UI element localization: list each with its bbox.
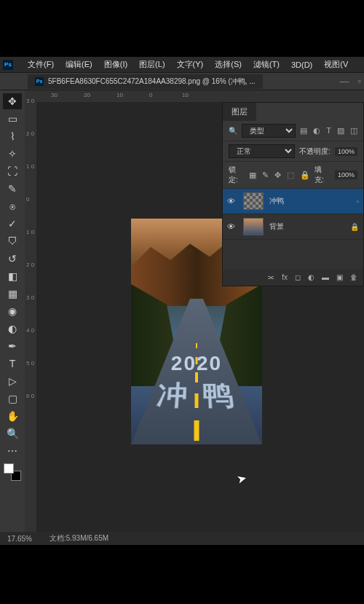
layers-panel: 图层 🔍 类型 ▤ ◐ T ▨ ◫ 正常 不透明度: 100% 锁定: ▦ ✎ …	[222, 102, 364, 286]
menu-view[interactable]: 视图(V	[318, 59, 354, 70]
edit-toolbar[interactable]: ⋯	[3, 443, 22, 459]
visibility-toggle-icon[interactable]: 👁	[227, 222, 237, 231]
layer-style-icon[interactable]: fx	[282, 273, 288, 281]
ruler-tick: 3 0	[26, 294, 34, 301]
magic-wand-tool[interactable]: ✧	[3, 146, 22, 162]
rectangle-tool[interactable]: ▢	[3, 391, 22, 407]
brush-tool[interactable]: ✓	[3, 216, 22, 232]
tools-panel: ✥ ▭ ⌇ ✧ ⛶ ✎ ⍟ ✓ ⛉ ↺ ◧ ▦ ◉ ◐ ✒ T ▷ ▢ ✋ 🔍 …	[0, 90, 25, 532]
filter-image-icon[interactable]: ▤	[300, 126, 307, 136]
ruler-tick: 2 0	[26, 130, 34, 137]
ruler-tick: 10	[182, 92, 189, 98]
layer-list: 👁 冲鸭 ▫ 👁 背景 🔒	[223, 189, 363, 269]
status-bar: 17.65% 文档:5.93M/6.65M	[0, 532, 364, 545]
dodge-tool[interactable]: ◐	[3, 321, 22, 337]
foreground-color[interactable]	[4, 463, 14, 474]
marquee-tool[interactable]: ▭	[3, 111, 22, 127]
eyedropper-tool[interactable]: ✎	[3, 181, 22, 197]
document-tab[interactable]: Ps 5FB6FEA8630FC655C2472A184AA38298.png …	[28, 74, 263, 89]
zoom-tool[interactable]: 🔍	[3, 425, 22, 442]
type-tool[interactable]: T	[3, 356, 22, 372]
opacity-value[interactable]: 100%	[335, 147, 357, 156]
filter-adjust-icon[interactable]: ◐	[313, 126, 320, 136]
ruler-tick: 30	[51, 92, 58, 98]
menu-image[interactable]: 图像(I)	[98, 59, 133, 70]
path-selection-tool[interactable]: ▷	[3, 373, 22, 389]
road-line	[194, 420, 199, 441]
layer-mask-icon[interactable]: ◻	[295, 273, 301, 281]
lock-position-icon[interactable]: ✥	[274, 170, 281, 180]
lock-image-icon[interactable]: ✎	[262, 170, 269, 180]
document-title: 5FB6FEA8630FC655C2472A184AA38298.png @ 1…	[48, 77, 256, 87]
layer-thumbnail[interactable]	[243, 192, 264, 210]
move-tool[interactable]: ✥	[3, 93, 22, 109]
ruler-tick: 1 0	[26, 229, 34, 235]
menu-edit[interactable]: 编辑(E)	[60, 59, 98, 70]
menu-file[interactable]: 文件(F)	[22, 59, 60, 70]
blur-tool[interactable]: ◉	[3, 303, 22, 319]
group-icon[interactable]: ▬	[322, 273, 329, 281]
layer-row[interactable]: 👁 背景 🔒	[223, 214, 363, 240]
lock-transparency-icon[interactable]: ▦	[249, 170, 256, 180]
doc-size-info[interactable]: 文档:5.93M/6.65M	[50, 533, 108, 544]
color-swatches[interactable]	[4, 463, 21, 481]
artwork-main-text: 冲 鸭	[131, 378, 262, 415]
layers-panel-footer: ⫘ fx ◻ ◐ ▬ ▣ 🗑	[223, 269, 363, 286]
layer-thumbnail[interactable]	[243, 218, 264, 235]
fill-label: 填充:	[314, 165, 331, 185]
window-controls: — ▫	[339, 76, 361, 87]
ruler-tick: 1 0	[26, 163, 34, 170]
lock-icon: 🔒	[350, 223, 359, 231]
ruler-tick: 20	[84, 92, 90, 98]
crop-tool[interactable]: ⛶	[3, 163, 22, 179]
filter-shape-icon[interactable]: ▨	[337, 126, 344, 136]
eraser-tool[interactable]: ◧	[3, 268, 22, 284]
layer-name[interactable]: 背景	[269, 221, 344, 232]
lock-label: 锁定:	[229, 165, 245, 185]
healing-brush-tool[interactable]: ⍟	[3, 198, 22, 214]
road-line	[196, 343, 197, 348]
new-layer-icon[interactable]: ▣	[336, 273, 343, 281]
visibility-toggle-icon[interactable]: 👁	[227, 197, 237, 205]
ruler-tick: 5 0	[26, 360, 34, 366]
history-brush-tool[interactable]: ↺	[3, 251, 22, 267]
adjustment-layer-icon[interactable]: ◐	[308, 273, 314, 281]
layer-badge-icon: ▫	[356, 197, 359, 205]
document-tab-bar: Ps 5FB6FEA8630FC655C2472A184AA38298.png …	[0, 73, 364, 90]
ps-logo: Ps	[3, 60, 13, 70]
hand-tool[interactable]: ✋	[3, 408, 22, 424]
delete-layer-icon[interactable]: 🗑	[350, 273, 357, 281]
zoom-level[interactable]: 17.65%	[7, 535, 32, 543]
filter-type-select[interactable]: 类型	[242, 124, 296, 138]
filter-type-icon[interactable]: T	[326, 126, 331, 136]
photoshop-window: Ps 文件(F) 编辑(E) 图像(I) 图层(L) 文字(Y) 选择(S) 滤…	[0, 57, 364, 545]
lock-all-icon[interactable]: 🔒	[300, 170, 310, 180]
ruler-tick: 10	[116, 92, 123, 98]
vertical-ruler: 3 0 2 0 1 0 0 1 0 2 0 3 0 4 0 5 0 6 0	[25, 90, 36, 532]
gradient-tool[interactable]: ▦	[3, 286, 22, 302]
restore-icon[interactable]: ▫	[357, 76, 361, 87]
layers-tab[interactable]: 图层	[223, 103, 256, 121]
menu-3d[interactable]: 3D(D)	[285, 60, 318, 69]
menu-filter[interactable]: 滤镜(T)	[248, 59, 285, 70]
clone-stamp-tool[interactable]: ⛉	[3, 233, 22, 249]
artwork-year-text: 2020	[131, 352, 262, 375]
ps-logo-small: Ps	[35, 77, 44, 86]
layer-name[interactable]: 冲鸭	[269, 196, 350, 206]
fill-value[interactable]: 100%	[335, 170, 357, 179]
opacity-label: 不透明度:	[299, 146, 331, 157]
minimize-icon[interactable]: —	[339, 76, 349, 87]
menu-select[interactable]: 选择(S)	[209, 59, 248, 70]
ruler-tick: 4 0	[26, 327, 34, 334]
ruler-tick: 6 0	[26, 393, 34, 399]
blend-mode-select[interactable]: 正常	[229, 144, 295, 158]
filter-smart-icon[interactable]: ◫	[350, 126, 357, 136]
link-layers-icon[interactable]: ⫘	[267, 273, 274, 281]
menu-layer[interactable]: 图层(L)	[133, 59, 170, 70]
lasso-tool[interactable]: ⌇	[3, 128, 22, 144]
search-icon[interactable]: 🔍	[229, 127, 237, 135]
menu-type[interactable]: 文字(Y)	[171, 59, 210, 70]
layer-row[interactable]: 👁 冲鸭 ▫	[223, 189, 363, 214]
pen-tool[interactable]: ✒	[3, 338, 22, 354]
lock-artboard-icon[interactable]: ⬚	[287, 170, 294, 180]
